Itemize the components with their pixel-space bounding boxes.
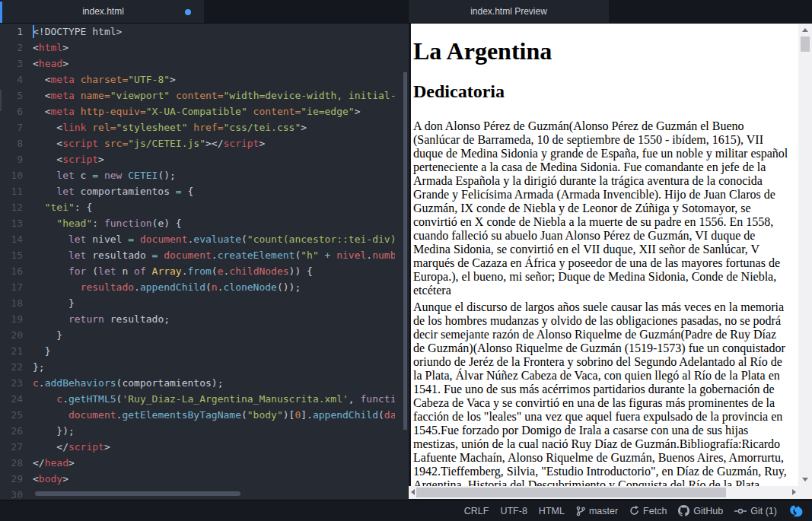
code-line[interactable]: 2<html> (0, 40, 395, 56)
code-line[interactable]: 7 <link rel="stylesheet" href="css/tei.c… (0, 119, 395, 135)
code-line[interactable]: 29<body> (0, 471, 395, 487)
code-line[interactable]: 23c.addBehaviors(comportamientos); (0, 375, 395, 391)
code-line[interactable]: 25 document.getElementsByTagName("body")… (0, 407, 395, 423)
code-line[interactable]: 22}; (0, 359, 395, 375)
preview-document: La Argentina Dedicatoria A don Alonso Pé… (411, 24, 796, 486)
preview-subtitle: Dedicatoria (413, 81, 790, 102)
tab-bar: index.html index.html Preview (0, 0, 812, 24)
scroll-down-arrow-icon[interactable] (802, 478, 808, 481)
code-line[interactable]: 9 <script> (0, 151, 395, 167)
git-branch-icon (576, 506, 585, 516)
preview-hscrollbar[interactable] (409, 486, 798, 499)
brackets-window: index.html index.html Preview 1<!DOCTYPE… (0, 0, 812, 521)
tab-index-html-preview[interactable]: index.html Preview (409, 0, 609, 23)
live-preview-pane: La Argentina Dedicatoria A don Alonso Pé… (409, 24, 812, 486)
preview-paragraph: A don Alonso Pérez de Guzmán(Alonso Pére… (413, 119, 790, 297)
code-line[interactable]: 1<!DOCTYPE html> (0, 24, 395, 40)
code-line[interactable]: 11 let comportamientos = { (0, 183, 395, 199)
line-endings-indicator[interactable]: CRLF (464, 506, 489, 516)
preview-vscrollbar-thumb[interactable] (801, 37, 810, 52)
code-line[interactable]: 14 let nivel = document.evaluate("count(… (0, 231, 395, 247)
code-line[interactable]: 15 let resultado = document.createElemen… (0, 247, 395, 263)
code-line[interactable]: 19 return resultado; (0, 311, 395, 327)
tab-index-html[interactable]: index.html (2, 0, 204, 23)
code-lines: 1<!DOCTYPE html>2<html>3<head>4 <meta ch… (0, 24, 395, 500)
code-line[interactable]: 16 for (let n of Array.from(e.childNodes… (0, 263, 395, 279)
code-line[interactable]: 12 "tei": { (0, 199, 395, 215)
code-line[interactable]: 18 } (0, 295, 395, 311)
code-line[interactable]: 26 }); (0, 423, 395, 439)
preview-title: La Argentina (413, 37, 790, 65)
tab-title: index.html Preview (470, 6, 547, 17)
code-line[interactable]: 27 </script> (0, 439, 395, 455)
code-line[interactable]: 3<head> (0, 56, 395, 71)
code-line[interactable]: 13 "head": function(e) { (0, 215, 395, 231)
git-commit-icon (734, 507, 747, 515)
encoding-indicator[interactable]: UTF-8 (500, 506, 527, 516)
preview-paragraph: Aunque el discurso de largos años suele … (413, 300, 790, 486)
language-indicator[interactable]: HTML (539, 506, 565, 516)
git-branch-indicator[interactable]: master (576, 506, 618, 516)
brackets-squirrel-icon[interactable] (788, 504, 803, 517)
github-button[interactable]: GitHub (678, 505, 723, 516)
preview-hscrollbar-thumb[interactable] (416, 488, 726, 497)
git-commits-indicator[interactable]: Git (1) (734, 506, 777, 516)
editor-hscrollbar-thumb[interactable] (35, 491, 240, 496)
scroll-left-arrow-icon[interactable] (411, 489, 415, 495)
code-line[interactable]: 10 let c = new CETEI(); (0, 167, 395, 183)
left-edge-strip (0, 90, 2, 111)
unsaved-dot-icon (185, 9, 191, 15)
scroll-up-arrow-icon[interactable] (802, 28, 808, 32)
code-line[interactable]: 5 <meta name="viewport" content="width=d… (0, 87, 395, 103)
tab-title: index.html (82, 6, 124, 17)
github-icon (678, 505, 689, 516)
code-line[interactable]: 24 c.getHTML5('Ruy_Diaz-La_Argentina_Man… (0, 391, 395, 407)
code-line[interactable]: 4 <meta charset="UTF-8"> (0, 71, 395, 87)
scrollbar-corner (798, 486, 812, 499)
git-fetch-button[interactable]: Fetch (629, 506, 667, 516)
code-line[interactable]: 6 <meta http-equiv="X-UA-Compatible" con… (0, 103, 395, 119)
code-line[interactable]: 8 <script src="js/CETEI.js"></script> (0, 135, 395, 151)
code-line[interactable]: 17 resultado.appendChild(n.cloneNode()); (0, 279, 395, 295)
code-line[interactable]: 28</head> (0, 455, 395, 471)
code-editor[interactable]: 1<!DOCTYPE html>2<html>3<head>4 <meta ch… (0, 24, 395, 500)
sync-icon (629, 506, 639, 516)
preview-vscrollbar[interactable] (798, 24, 812, 486)
status-bar: CRLF UTF-8 HTML master Fetch GitHub Git … (0, 500, 812, 521)
code-line[interactable]: 21 } (0, 343, 395, 359)
code-line[interactable]: 20 } (0, 327, 395, 343)
scroll-right-arrow-icon[interactable] (792, 489, 796, 495)
text-cursor (33, 25, 34, 38)
editor-vscrollbar-thumb[interactable] (403, 72, 407, 430)
